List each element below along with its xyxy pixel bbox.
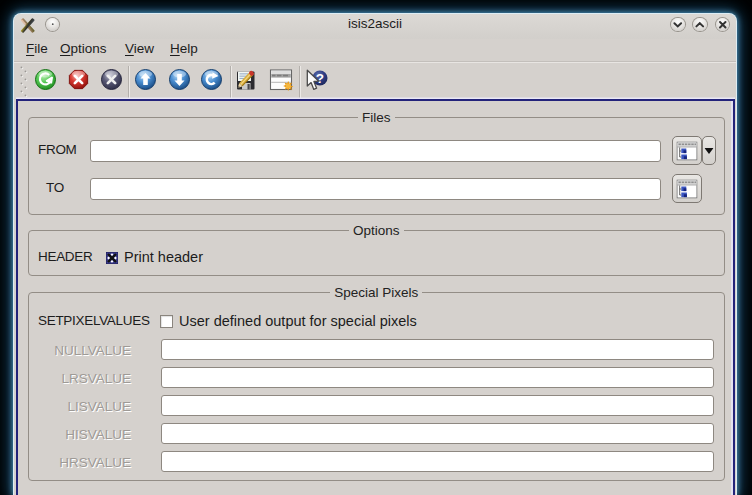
svg-text:?: ? — [316, 70, 324, 85]
